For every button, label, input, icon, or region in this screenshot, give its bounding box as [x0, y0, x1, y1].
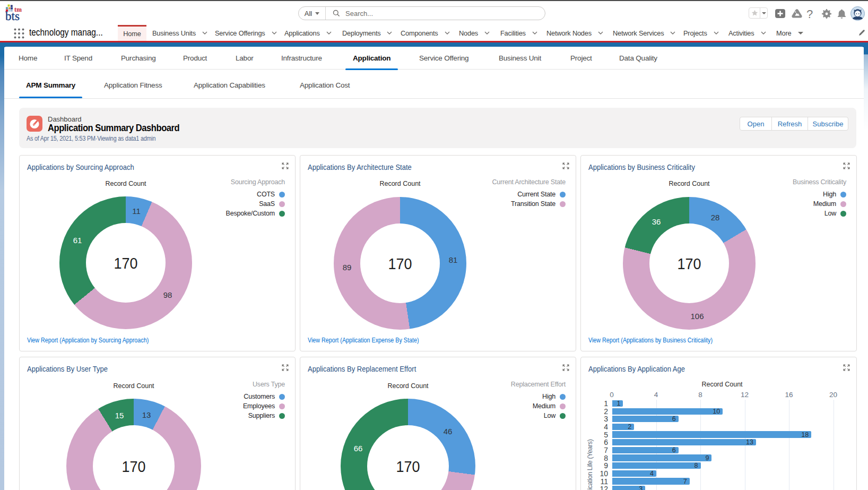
svg-text:bts: bts	[5, 10, 20, 23]
